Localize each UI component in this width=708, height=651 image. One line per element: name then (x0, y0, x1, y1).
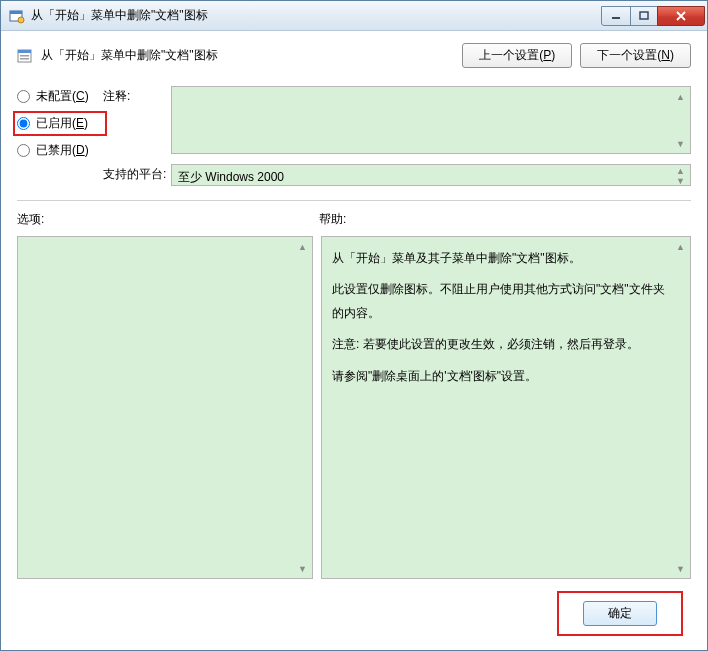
help-paragraph: 注意: 若要使此设置的更改生效，必须注销，然后再登录。 (332, 333, 668, 356)
options-label: 选项: (17, 211, 319, 228)
supported-label: 支持的平台: (103, 164, 171, 186)
next-setting-button[interactable]: 下一个设置(N) (580, 43, 691, 68)
supported-field: 至少 Windows 2000 (171, 164, 691, 186)
minimize-button[interactable] (601, 6, 631, 26)
svg-rect-4 (640, 12, 648, 19)
prev-setting-button[interactable]: 上一个设置(P) (462, 43, 572, 68)
scroll-down-icon[interactable]: ▼ (672, 176, 689, 186)
scroll-up-icon[interactable]: ▲ (672, 166, 689, 176)
header-row: 从「开始」菜单中删除"文档"图标 上一个设置(P) 下一个设置(N) (17, 43, 691, 68)
radio-not-configured-input[interactable] (17, 90, 30, 103)
scroll-down-icon[interactable]: ▼ (672, 135, 689, 152)
radio-enabled-input[interactable] (17, 117, 30, 130)
help-text: 从「开始」菜单及其子菜单中删除"文档"图标。 此设置仅删除图标。不阻止用户使用其… (332, 247, 668, 388)
enabled-highlight: 已启用(E) (13, 111, 107, 136)
footer-row: 确定 (17, 579, 691, 636)
svg-rect-7 (20, 55, 29, 57)
svg-rect-8 (20, 58, 29, 60)
divider (17, 200, 691, 201)
window-title: 从「开始」菜单中删除"文档"图标 (31, 7, 602, 24)
radio-column: 未配置(C) 已启用(E) 已禁用(D) (17, 86, 103, 186)
titlebar[interactable]: 从「开始」菜单中删除"文档"图标 (1, 1, 707, 31)
close-button[interactable] (657, 6, 705, 26)
config-row: 未配置(C) 已启用(E) 已禁用(D) 注释: (17, 86, 691, 186)
scroll-down-icon[interactable]: ▼ (672, 560, 689, 577)
svg-point-2 (18, 17, 24, 23)
section-labels: 选项: 帮助: (17, 211, 691, 228)
help-label: 帮助: (319, 211, 346, 228)
help-paragraph: 此设置仅删除图标。不阻止用户使用其他方式访问"文档"文件夹的内容。 (332, 278, 668, 325)
scroll-up-icon[interactable]: ▲ (294, 238, 311, 255)
window-controls (602, 6, 705, 26)
policy-icon (17, 48, 33, 64)
ok-button[interactable]: 确定 (583, 601, 657, 626)
help-paragraph: 从「开始」菜单及其子菜单中删除"文档"图标。 (332, 247, 668, 270)
panes: ▲ ▼ 从「开始」菜单及其子菜单中删除"文档"图标。 此设置仅删除图标。不阻止用… (17, 236, 691, 579)
ok-highlight: 确定 (557, 591, 683, 636)
radio-disabled[interactable]: 已禁用(D) (17, 142, 103, 159)
comment-label: 注释: (103, 86, 171, 154)
maximize-button[interactable] (630, 6, 658, 26)
scroll-up-icon[interactable]: ▲ (672, 88, 689, 105)
svg-rect-3 (612, 17, 620, 19)
policy-title: 从「开始」菜单中删除"文档"图标 (41, 47, 454, 64)
scroll-down-icon[interactable]: ▼ (294, 560, 311, 577)
svg-rect-6 (18, 50, 31, 53)
help-paragraph: 请参阅"删除桌面上的'文档'图标"设置。 (332, 365, 668, 388)
radio-disabled-input[interactable] (17, 144, 30, 157)
radio-not-configured[interactable]: 未配置(C) (17, 88, 103, 105)
options-pane: ▲ ▼ (17, 236, 313, 579)
radio-enabled[interactable]: 已启用(E) (17, 115, 103, 132)
window-frame: 从「开始」菜单中删除"文档"图标 从「开始」菜单中删除 (0, 0, 708, 651)
help-pane: 从「开始」菜单及其子菜单中删除"文档"图标。 此设置仅删除图标。不阻止用户使用其… (321, 236, 691, 579)
svg-rect-1 (10, 11, 22, 14)
content-area: 从「开始」菜单中删除"文档"图标 上一个设置(P) 下一个设置(N) 未配置(C… (1, 31, 707, 650)
app-icon (9, 8, 25, 24)
comment-field[interactable] (171, 86, 691, 154)
scroll-up-icon[interactable]: ▲ (672, 238, 689, 255)
